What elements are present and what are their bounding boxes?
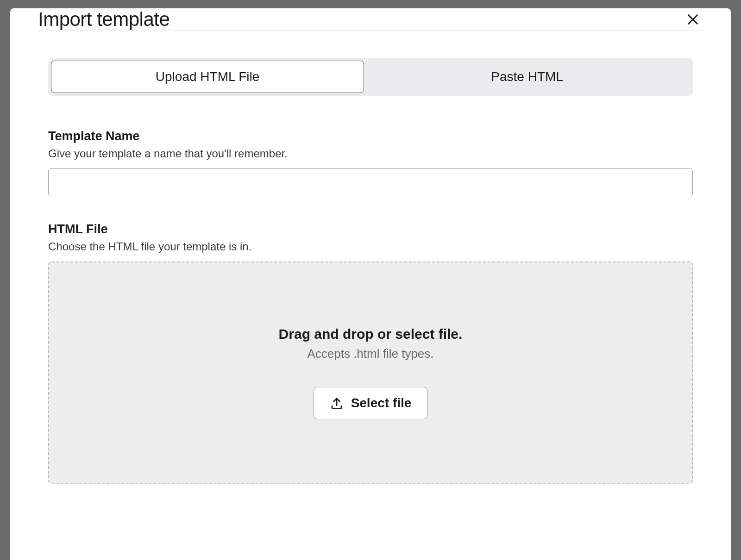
tab-upload-html-file[interactable]: Upload HTML File	[51, 61, 364, 93]
modal-title: Import template	[38, 8, 170, 31]
upload-icon	[330, 396, 344, 410]
modal-body: Upload HTML File Paste HTML Template Nam…	[10, 31, 731, 528]
html-file-section: HTML File Choose the HTML file your temp…	[48, 222, 693, 484]
file-dropzone[interactable]: Drag and drop or select file. Accepts .h…	[48, 261, 693, 484]
template-name-input[interactable]	[48, 168, 693, 196]
html-file-help: Choose the HTML file your template is in…	[48, 240, 693, 253]
html-file-label: HTML File	[48, 222, 693, 236]
template-name-label: Template Name	[48, 129, 693, 143]
import-template-modal: Import template Upload HTML File Paste H…	[10, 8, 731, 560]
select-file-button[interactable]: Select file	[314, 387, 428, 419]
dropzone-title: Drag and drop or select file.	[279, 326, 463, 342]
template-name-section: Template Name Give your template a name …	[48, 129, 693, 196]
close-icon	[686, 13, 699, 26]
dropzone-subtitle: Accepts .html file types.	[307, 347, 433, 361]
select-file-label: Select file	[351, 396, 412, 411]
import-method-tabs: Upload HTML File Paste HTML	[48, 58, 693, 96]
template-name-help: Give your template a name that you'll re…	[48, 147, 693, 160]
close-button[interactable]	[683, 9, 703, 30]
tab-paste-html[interactable]: Paste HTML	[364, 61, 690, 93]
